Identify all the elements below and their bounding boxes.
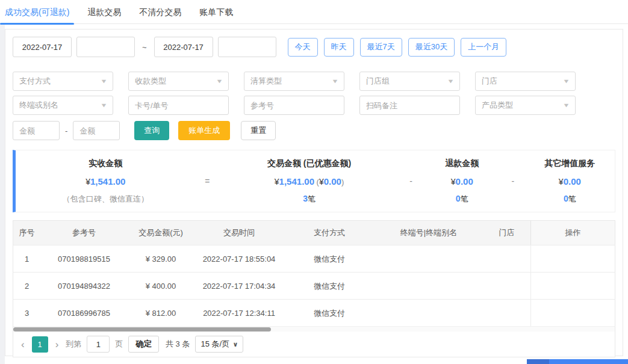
summary-other-services: 其它增值服务 ¥0.00 0笔 (525, 150, 615, 212)
amount-max-input[interactable] (73, 121, 120, 140)
cell-pay-method: 微信支付 (284, 308, 375, 319)
store-group-select-label: 门店组 (366, 76, 390, 87)
end-time-input[interactable] (218, 37, 276, 57)
goto-page-input[interactable] (87, 336, 110, 353)
trade-label: 交易金额 (已优惠金额) (267, 158, 351, 169)
horizontal-scrollbar[interactable] (13, 326, 615, 332)
amount-range-dash: - (65, 126, 67, 135)
top-tab-bar: 成功交易(可退款) 退款交易 不清分交易 账单下载 (0, 0, 628, 24)
minus-operator: - (501, 150, 525, 212)
product-type-select[interactable]: 产品类型 ▼ (475, 96, 576, 115)
pay-method-select[interactable]: 支付方式 ▼ (13, 72, 113, 91)
received-value: ¥1,541.00 (85, 176, 125, 187)
amount-min-input[interactable] (13, 121, 60, 140)
terminal-select[interactable]: 终端或别名 ▼ (13, 96, 113, 115)
chevron-down-icon: ▼ (331, 78, 338, 84)
store-group-select[interactable]: 门店组 ▼ (359, 72, 460, 91)
settle-type-select-label: 清算类型 (250, 76, 282, 87)
header-store: 门店 (483, 227, 530, 238)
cell-reference: 070186996785 (40, 309, 128, 318)
yen-sign: ¥ (451, 177, 456, 187)
start-date-input[interactable] (13, 37, 72, 57)
trade-value: ¥1,541.00 (¥0.00) (275, 176, 344, 187)
horizontal-scrollbar-thumb[interactable] (13, 327, 271, 332)
bottom-blue-button[interactable] (527, 359, 628, 364)
quick-yesterday-button[interactable]: 昨天 (324, 38, 354, 57)
receive-type-select-label: 收款类型 (135, 76, 166, 87)
query-panel: ~ 今天 昨天 最近7天 最近30天 上一个月 支付方式 ▼ 收款类型 ▼ 清算… (5, 29, 623, 356)
minus-operator: - (399, 150, 423, 212)
quick-last30days-button[interactable]: 最近30天 (408, 38, 455, 57)
header-reference: 参考号 (40, 227, 128, 238)
cell-pay-method: 微信支付 (284, 281, 375, 292)
receive-type-select[interactable]: 收款类型 ▼ (128, 72, 229, 91)
page-number-button[interactable]: 1 (32, 336, 48, 353)
reference-number-input[interactable] (244, 96, 344, 115)
start-time-input[interactable] (76, 37, 135, 57)
cell-pay-method: 微信支付 (284, 254, 375, 265)
quick-last7days-button[interactable]: 最近7天 (360, 38, 402, 57)
goto-page-suffix: 页 (115, 339, 123, 350)
cell-reference: 070194894322 (40, 282, 128, 291)
other-services-amount: 0.00 (564, 176, 581, 187)
summary-received: 实收金额 ¥1,541.00 （包含口碑、微信直连） (16, 150, 196, 212)
table-row[interactable]: 1 070198819515 ¥ 329.00 2022-07-17 18:55… (13, 245, 615, 272)
cell-time: 2022-07-17 18:55:04 (194, 254, 284, 264)
cell-time: 2022-07-17 17:04:34 (194, 282, 284, 291)
cell-seq: 2 (13, 282, 40, 291)
store-select[interactable]: 门店 ▼ (475, 72, 576, 91)
prev-page-icon[interactable]: ‹ (19, 339, 26, 350)
equals-operator: = (196, 150, 220, 212)
generate-bill-button[interactable]: 账单生成 (178, 121, 230, 140)
confirm-page-button[interactable]: 确定 (128, 336, 159, 353)
cell-amount: ¥ 812.00 (128, 309, 194, 318)
pagination-bar: ‹ 1 › 到第 页 确定 共 3 条 15 条/页 ∨ (13, 332, 615, 357)
tab-success-transactions[interactable]: 成功交易(可退款) (5, 0, 69, 24)
refund-label: 退款金额 (445, 158, 479, 169)
tab-unsettled-transactions[interactable]: 不清分交易 (139, 0, 181, 24)
yen-sign: ¥ (85, 177, 90, 187)
tab-refund-transactions[interactable]: 退款交易 (87, 0, 121, 24)
cell-time: 2022-07-17 12:34:11 (194, 309, 284, 318)
header-terminal: 终端号|终端别名 (375, 227, 483, 238)
search-button[interactable]: 查询 (134, 121, 169, 140)
trade-count-number: 3 (303, 194, 308, 203)
refund-amount: 0.00 (456, 176, 473, 187)
summary-strip: 实收金额 ¥1,541.00 （包含口碑、微信直连） = 交易金额 (已优惠金额… (13, 150, 615, 212)
goto-page-prefix: 到第 (66, 339, 81, 350)
scan-note-input[interactable] (359, 96, 460, 115)
quick-today-button[interactable]: 今天 (288, 38, 318, 57)
refund-count-number: 0 (456, 194, 461, 203)
page-size-select[interactable]: 15 条/页 ∨ (195, 336, 243, 353)
quick-last-month-button[interactable]: 上一个月 (461, 38, 506, 57)
other-services-label: 其它增值服务 (544, 158, 595, 169)
cell-amount: ¥ 329.00 (128, 254, 194, 264)
chevron-down-icon: ▼ (447, 78, 454, 84)
tab-bill-download[interactable]: 账单下载 (199, 0, 233, 24)
trade-discount-amount: 0.00 (324, 176, 341, 187)
table-header-row: 序号 参考号 交易金额(元) 交易时间 支付方式 终端号|终端别名 门店 操作 (13, 221, 615, 245)
cell-reference: 070198819515 (40, 254, 128, 264)
yen-sign: ¥ (559, 177, 564, 187)
summary-trade: 交易金额 (已优惠金额) ¥1,541.00 (¥0.00) 3笔 (219, 150, 399, 212)
other-count-number: 0 (564, 194, 568, 203)
other-services-count: 0笔 (564, 194, 576, 205)
paren-close: ) (341, 177, 344, 187)
table-row[interactable]: 3 070186996785 ¥ 812.00 2022-07-17 12:34… (13, 299, 615, 326)
end-date-input[interactable] (154, 37, 213, 57)
refund-value: ¥0.00 (451, 176, 473, 187)
select-filter-row: 支付方式 ▼ 收款类型 ▼ 清算类型 ▼ 门店组 ▼ 门店 ▼ (13, 72, 615, 91)
bottom-blue-button-segment (527, 359, 549, 364)
header-actions: 操作 (530, 221, 615, 245)
product-type-select-label: 产品类型 (482, 100, 513, 111)
refund-count-unit: 笔 (461, 194, 468, 203)
terminal-select-label: 终端或别名 (19, 100, 58, 111)
settle-type-select[interactable]: 清算类型 ▼ (244, 72, 344, 91)
table-row[interactable]: 2 070194894322 ¥ 400.00 2022-07-17 17:04… (13, 272, 615, 299)
reset-button[interactable]: 重置 (241, 121, 276, 140)
cell-seq: 3 (13, 309, 40, 318)
card-number-input[interactable] (128, 96, 229, 115)
next-page-icon[interactable]: › (54, 339, 61, 350)
input-filter-row: 终端或别名 ▼ 产品类型 ▼ (13, 96, 615, 115)
header-time: 交易时间 (194, 227, 284, 238)
